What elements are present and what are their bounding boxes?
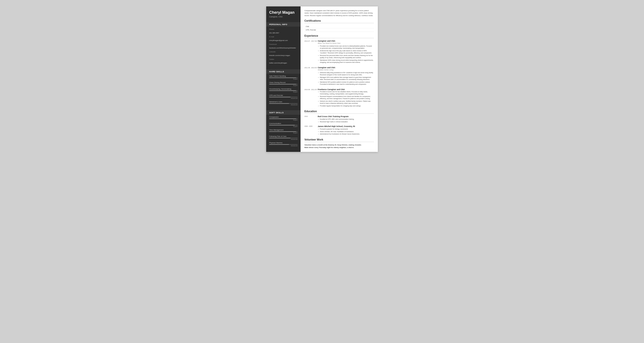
info-item: Twittertwitter.com/cherylfmagan — [269, 58, 298, 64]
info-label: E-mail — [269, 36, 298, 38]
experience-title: Experience — [304, 34, 374, 38]
skill-bar-fill — [269, 138, 290, 138]
skill-bar-bg — [269, 77, 298, 78]
personal-info-header: Personal Info — [266, 22, 300, 26]
exp-content: Freelance Caregiver and CNA Provided in-… — [318, 88, 374, 107]
experience-entry: 2011-06 - 2014-06 Caregiver and CNA Shel… — [304, 66, 374, 86]
skill-bar-fill — [269, 84, 296, 84]
skill-bar-fill — [269, 77, 296, 78]
skill-name: Compassion — [269, 116, 298, 118]
education-container: 2010 Red Cross CNA Training Program Exce… — [304, 115, 374, 136]
volunteer-item: Make dinner every Thursday night for eld… — [304, 146, 374, 149]
skill-name: Housekeeping, Homemaking — [269, 88, 298, 90]
edu-date: 2010 — [304, 115, 318, 123]
info-value: twitter.com/cherylfmagan — [269, 62, 287, 64]
edu-bullet: Pursued a passion for biology coursework… — [318, 128, 374, 130]
cert-row: CNA — [304, 25, 374, 28]
personal-info-block: Phone401-385-0557E-mailcherylfmagan@gmai… — [266, 26, 300, 67]
skill-item: Alzheimer's Care Advanced — [269, 101, 298, 105]
info-item: Phone401-385-0557 — [269, 28, 298, 34]
skill-name: CPR and First Aid — [269, 94, 298, 96]
exp-bullet: Noticed one client's nutrition was poor.… — [318, 100, 374, 105]
exp-content: Caregiver and CNA When You Need Us Home … — [318, 40, 374, 64]
edu-title: James Mitchel High School, Coventry, RI — [318, 125, 374, 127]
exp-company: When You Need Us Home Care — [318, 42, 374, 44]
exp-bullet: Provided regular transportation for shop… — [318, 105, 374, 107]
skill-level: Expert — [269, 91, 298, 93]
skill-level: Advanced — [269, 98, 298, 99]
hard-skills-header: Hard Skills — [266, 69, 300, 74]
sidebar: Cheryl Magan Caregiver, CNA Personal Inf… — [266, 6, 300, 152]
exp-bullets: Provided in-home care for two disabled c… — [318, 91, 374, 107]
skill-item: CPR and First Aid Advanced — [269, 94, 298, 99]
skill-name: Safe Patient Handling — [269, 75, 298, 77]
exp-bullet: Delivered daily living assistance to 50+… — [318, 72, 374, 76]
edu-bullet: Active member, 4H Club. Facilitated 15 f… — [318, 131, 374, 133]
exp-date: 2011-06 - 2014-06 — [304, 66, 318, 86]
skill-bar-fill — [269, 131, 296, 132]
edu-title: Red Cross CNA Training Program — [318, 115, 374, 118]
skill-item: Physical Stamina Advanced — [269, 142, 298, 146]
skill-item: Following Plan of Care Advanced — [269, 135, 298, 140]
skill-name: Alzheimer's Care — [269, 101, 298, 103]
skill-bar-bg — [269, 103, 298, 104]
skill-level: Expert — [269, 132, 298, 134]
cert-value: CPR, First Aid — [304, 28, 374, 31]
education-entry: 2006 - 2009 James Mitchel High School, C… — [304, 125, 374, 136]
skill-level: Advanced — [269, 145, 298, 146]
experience-container: 2014-07 - 2017-08 Caregiver and CNA When… — [304, 40, 374, 107]
exp-company: Sheldon Senior Living — [318, 69, 374, 71]
info-item: E-mailcherylfmagan@gmail.com — [269, 36, 298, 42]
cert-value: CNA — [304, 25, 374, 28]
skill-item: Housekeeping, Homemaking Expert — [269, 88, 298, 93]
certifications-title: Certifications — [304, 19, 374, 23]
cert-row: CPR, First Aid — [304, 28, 374, 31]
exp-title: Caregiver and CNA — [318, 40, 374, 42]
edu-bullets: Excelled at CPR, AED, and communication … — [318, 118, 374, 123]
edu-date: 2006 - 2009 — [304, 125, 318, 136]
skill-bar-bg — [269, 97, 298, 97]
summary-text: Compassionate caregiver and CNA with 6+ … — [304, 9, 374, 17]
exp-title: Freelance Caregiver and CNA — [318, 88, 374, 90]
skill-name: Following Plan of Care — [269, 135, 298, 137]
info-value: linkedin.com/in/cheryl-magan — [269, 54, 290, 56]
candidate-title: Caregiver, CNA — [269, 16, 298, 18]
skill-bar-fill — [269, 97, 290, 97]
exp-bullet: Received five personal letters from clie… — [318, 54, 374, 59]
edu-bullet: Administered four fundraisers for Breast… — [318, 133, 374, 135]
exp-bullet: Maintained 94% positive patient reviews … — [318, 81, 374, 86]
skill-level: Expert — [269, 78, 298, 80]
edu-bullets: Pursued a passion for biology coursework… — [318, 128, 374, 135]
skill-item: Time Management Expert — [269, 129, 298, 134]
volunteer-container: Volunteer twice a month at the Downey St… — [304, 144, 374, 149]
exp-bullets: Delivered daily living assistance to 50+… — [318, 72, 374, 86]
info-item: Facebookfacebook.com/5KforDowneyStShelte… — [269, 43, 298, 49]
exp-bullet: Achieved the high end of the pay scale b… — [318, 50, 374, 54]
skill-bar-bg — [269, 144, 298, 145]
info-item: LinkedInlinkedin.com/in/cheryl-magan — [269, 51, 298, 57]
skill-name: Time Management — [269, 129, 298, 131]
soft-skills-header: Soft Skills — [266, 110, 300, 115]
experience-entry: 2010-06 - 2011-05 Freelance Caregiver an… — [304, 88, 374, 107]
edu-content: James Mitchel High School, Coventry, RI … — [318, 125, 374, 136]
skill-bar-bg — [269, 125, 298, 125]
exp-bullet: Managed 20% more patients than average b… — [318, 76, 374, 81]
info-value: cherylfmagan@gmail.com — [269, 39, 288, 41]
skill-name: Physical Stamina — [269, 142, 298, 144]
edu-content: Red Cross CNA Training Program Excelled … — [318, 115, 374, 123]
edu-bullet: Received high marks in clinical evaluati… — [318, 121, 374, 123]
certifications-table: CNACPR, First Aid — [304, 25, 374, 32]
skill-level: Expert — [269, 119, 298, 121]
exp-content: Caregiver and CNA Sheldon Senior Living … — [318, 66, 374, 86]
main-content: Compassionate caregiver and CNA with 6+ … — [300, 6, 378, 152]
sidebar-header: Cheryl Magan Caregiver, CNA — [266, 6, 300, 20]
education-title: Education — [304, 110, 374, 114]
resume: Cheryl Magan Caregiver, CNA Personal Inf… — [266, 6, 378, 152]
exp-bullet: Maintained 100% clean driving record whi… — [318, 59, 374, 64]
skill-bar-fill — [269, 103, 289, 104]
hard-skills-block: Safe Patient Handling Expert Clean Drivi… — [266, 74, 300, 108]
edu-bullet: Excelled at CPR, AED, and communication … — [318, 118, 374, 121]
skill-name: Communication — [269, 122, 298, 124]
soft-skills-block: Compassion Expert Communication Expert T… — [266, 115, 300, 149]
skill-level: Advanced — [269, 104, 298, 105]
